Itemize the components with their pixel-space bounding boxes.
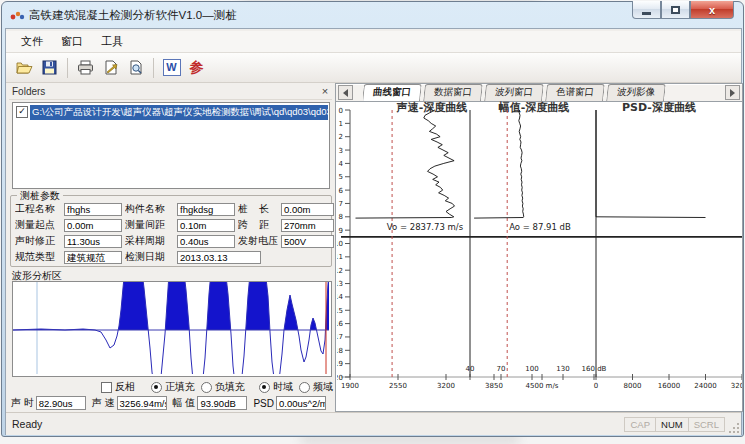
param-field[interactable]: 0.00m <box>64 219 122 232</box>
minimize-icon <box>642 12 651 15</box>
menu-item-2[interactable]: 窗口 <box>52 31 92 52</box>
measure-label: 幅 值 <box>173 396 196 410</box>
print-export-button[interactable] <box>98 56 123 80</box>
param-label: 发射电压 <box>238 234 281 248</box>
param-field[interactable]: 0.40us <box>177 235 235 248</box>
resize-grip[interactable] <box>728 422 740 434</box>
param-label: 测量起点 <box>15 218 64 232</box>
svg-text:4: 4 <box>339 160 344 168</box>
tab-5[interactable]: 波列影像 <box>606 84 666 101</box>
open-file-button[interactable] <box>12 56 37 80</box>
save-button[interactable] <box>37 56 62 80</box>
menu-bar: 文件窗口工具 <box>6 31 741 53</box>
menu-item-1[interactable]: 文件 <box>12 31 52 52</box>
word-export-button[interactable]: W <box>159 56 184 80</box>
parameters-button[interactable]: 参 <box>184 56 209 80</box>
toolbar-separator <box>153 58 154 78</box>
invert-checkbox-box[interactable] <box>101 382 112 393</box>
svg-text:8: 8 <box>339 213 343 221</box>
fill-positive-radio-dot[interactable] <box>151 382 162 393</box>
tab-scroll-right-button[interactable] <box>725 85 740 100</box>
svg-text:5: 5 <box>339 173 343 181</box>
title-bar[interactable]: 高铁建筑混凝土检测分析软件V1.0—测桩 x <box>2 2 743 28</box>
close-button[interactable]: x <box>690 1 734 19</box>
minimize-button[interactable] <box>632 1 661 19</box>
params-row: 工程名称fhghs构件名称fhgkdsg桩 长0.00m <box>13 201 329 217</box>
param-field[interactable]: 0.10m <box>177 219 235 232</box>
file-listbox[interactable]: ✓ G:\公司产品设计开发\超声仪器\超声仪实地检测数据\调试\qd\qd03\… <box>12 102 330 189</box>
svg-text:40: 40 <box>466 365 475 373</box>
measure-field[interactable]: 3256.94m/s <box>117 396 167 410</box>
pile-params-group: 测桩参数 工程名称fhghs构件名称fhgkdsg桩 长0.00m测量起点0.0… <box>10 195 332 267</box>
param-field[interactable]: 11.30us <box>64 235 122 248</box>
print-preview-button[interactable] <box>123 56 148 80</box>
params-row: 规范类型建筑规范检测日期2013.03.13 <box>13 249 329 265</box>
fill-negative-radio-dot[interactable] <box>201 382 212 393</box>
svg-text:18: 18 <box>337 347 343 355</box>
maximize-icon <box>671 6 680 14</box>
app-icon <box>10 8 25 22</box>
param-label: 工程名称 <box>15 202 64 216</box>
param-label: 检测日期 <box>125 250 177 264</box>
param-field[interactable]: 2013.03.13 <box>177 251 261 264</box>
folders-close-icon[interactable]: × <box>318 85 332 97</box>
param-field[interactable]: 0.00m <box>281 203 334 216</box>
file-path[interactable]: G:\公司产品设计开发\超声仪器\超声仪实地检测数据\调试\qd\qd03\qd… <box>30 105 328 120</box>
parameters-icon: 参 <box>190 59 204 77</box>
measure-label: 声 时 <box>11 396 34 410</box>
svg-text:4500 m/s: 4500 m/s <box>526 382 559 390</box>
svg-text:100: 100 <box>525 365 538 373</box>
status-message: Ready <box>6 418 624 430</box>
params-grid: 工程名称fhghs构件名称fhgkdsg桩 长0.00m测量起点0.00m测量间… <box>13 201 329 265</box>
tab-3[interactable]: 波列窗口 <box>484 84 544 101</box>
measure-label: 声 速 <box>92 396 115 410</box>
invert-label: 反相 <box>115 380 135 394</box>
param-label: 规范类型 <box>15 250 64 264</box>
print-button[interactable] <box>73 56 98 80</box>
measure-field[interactable]: 82.90us <box>36 396 86 410</box>
svg-text:8000: 8000 <box>624 382 642 390</box>
floppy-icon <box>42 60 57 75</box>
svg-text:17: 17 <box>337 333 343 341</box>
tab-4[interactable]: 色谱窗口 <box>545 84 605 101</box>
svg-text:11: 11 <box>337 253 343 261</box>
maximize-button[interactable] <box>661 1 690 19</box>
invert-checkbox[interactable]: 反相 <box>101 380 135 394</box>
list-item[interactable]: ✓ G:\公司产品设计开发\超声仪器\超声仪实地检测数据\调试\qd\qd03\… <box>14 105 328 119</box>
time-domain-radio-dot[interactable] <box>259 382 270 393</box>
measure-field[interactable]: 0.00us^2/m <box>276 396 326 410</box>
waveform-box[interactable] <box>12 281 332 377</box>
svg-text:2: 2 <box>339 133 343 141</box>
right-arrow-icon <box>730 89 735 97</box>
tab-scroll-left-button[interactable] <box>338 85 353 100</box>
tab-1[interactable]: 曲线窗口 <box>363 84 422 101</box>
chart-annotation-1: Vo = 2837.73 m/s <box>387 222 464 232</box>
param-field[interactable]: 270mm <box>281 219 334 232</box>
fill-negative-radio[interactable]: 负填充 <box>201 380 245 394</box>
param-field[interactable]: fhghs <box>64 203 122 216</box>
svg-text:19: 19 <box>337 360 343 368</box>
svg-text:3850: 3850 <box>485 382 503 390</box>
close-icon: x <box>709 4 715 16</box>
indicator-scrl: SCRL <box>688 417 725 432</box>
depth-profile-charts: 01234567891011121314151617181920声速-深度曲线1… <box>337 100 742 410</box>
tab-2[interactable]: 数据窗口 <box>423 84 483 101</box>
chart-annotation-2: Ao = 87.91 dB <box>509 222 571 232</box>
svg-text:15: 15 <box>337 307 343 315</box>
svg-text:1: 1 <box>339 120 343 128</box>
params-row: 声时修正11.30us采样周期0.40us发射电压500V <box>13 233 329 249</box>
param-field[interactable]: fhgkdsg <box>177 203 235 216</box>
param-field[interactable]: 建筑规范 <box>64 251 122 264</box>
freq-domain-radio[interactable]: 频域 <box>299 380 333 394</box>
freq-domain-radio-dot[interactable] <box>299 382 310 393</box>
tab-strip-tabs: 曲线窗口数据窗口波列窗口色谱窗口波列影像 <box>363 84 723 101</box>
time-domain-radio[interactable]: 时域 <box>259 380 293 394</box>
param-field[interactable]: 500V <box>281 235 334 248</box>
file-checkbox[interactable]: ✓ <box>16 106 28 118</box>
folders-pane: Folders × ✓ G:\公司产品设计开发\超声仪器\超声仪实地检测数据\调… <box>7 83 334 412</box>
freq-domain-label: 频域 <box>313 380 333 394</box>
printer-icon <box>77 60 94 75</box>
fill-positive-radio[interactable]: 正填充 <box>151 380 195 394</box>
menu-item-3[interactable]: 工具 <box>92 31 132 52</box>
measure-field[interactable]: 93.90dB <box>197 396 247 410</box>
